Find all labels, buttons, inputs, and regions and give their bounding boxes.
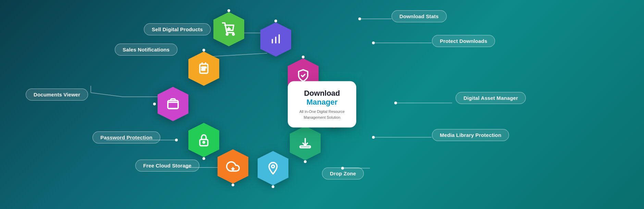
label-password-protection: Password Protection bbox=[92, 131, 160, 143]
svg-point-17 bbox=[372, 42, 375, 44]
subtitle-text: All in-One Digital Resource Management S… bbox=[298, 109, 346, 120]
svg-point-19 bbox=[394, 102, 397, 104]
svg-point-15 bbox=[358, 18, 361, 20]
svg-line-9 bbox=[91, 93, 123, 97]
hex-download bbox=[286, 124, 324, 162]
hex-dropzone bbox=[254, 149, 292, 187]
hex-cloud bbox=[214, 148, 252, 185]
svg-rect-31 bbox=[201, 67, 206, 68]
svg-rect-32 bbox=[201, 69, 205, 70]
label-download-stats: Download Stats bbox=[392, 10, 447, 22]
svg-point-26 bbox=[233, 34, 234, 35]
label-sell-digital: Sell Digital Products bbox=[144, 23, 211, 35]
hex-folder bbox=[154, 85, 192, 123]
title-black: Download bbox=[304, 89, 340, 97]
label-digital-asset: Digital Asset Manager bbox=[456, 92, 526, 104]
hex-layers bbox=[185, 50, 223, 88]
svg-rect-50 bbox=[300, 146, 310, 148]
center-card: Download Manager All in-One Digital Reso… bbox=[288, 81, 356, 128]
hex-cart bbox=[210, 10, 248, 48]
title-blue: Manager bbox=[307, 98, 337, 106]
label-sales-notifications: Sales Notifications bbox=[115, 44, 177, 56]
svg-point-11 bbox=[175, 139, 178, 141]
svg-point-40 bbox=[203, 141, 205, 143]
svg-point-53 bbox=[272, 165, 274, 168]
label-media-library: Media Library Protection bbox=[432, 129, 509, 141]
svg-point-21 bbox=[372, 136, 375, 139]
svg-point-25 bbox=[226, 34, 228, 35]
background: Download Manager All in-One Digital Reso… bbox=[0, 0, 644, 209]
label-drop-zone: Drop Zone bbox=[322, 167, 364, 179]
label-protect-downloads: Protect Downloads bbox=[432, 35, 495, 47]
hex-stats bbox=[257, 21, 295, 58]
label-free-cloud-storage: Free Cloud Storage bbox=[135, 160, 199, 172]
label-documents-viewer: Documents Viewer bbox=[26, 89, 88, 101]
